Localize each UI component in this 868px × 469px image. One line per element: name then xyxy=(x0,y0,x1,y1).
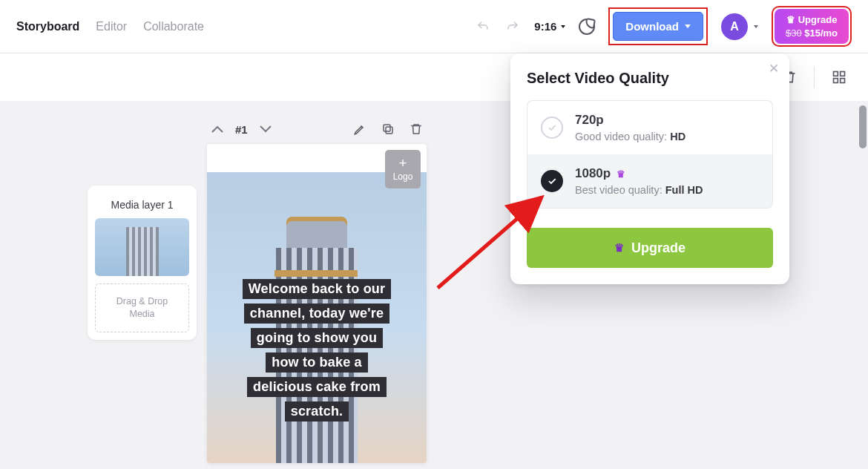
quality-title: 1080p ♛ xyxy=(575,166,703,181)
download-button-highlight: Download xyxy=(608,7,708,45)
chevron-down-icon xyxy=(561,25,565,28)
close-icon[interactable]: ✕ xyxy=(769,61,779,76)
undo-icon[interactable] xyxy=(475,19,491,35)
settings-icon[interactable] xyxy=(579,19,595,35)
top-bar: Storyboard Editor Collaborate 9:16 Downl… xyxy=(0,0,868,53)
quality-subtitle: Best video quality: Full HD xyxy=(575,184,703,196)
upgrade-button-label: Upgrade xyxy=(631,240,685,256)
popover-title: Select Video Quality xyxy=(510,70,789,100)
svg-rect-0 xyxy=(834,72,838,76)
account-menu[interactable]: A xyxy=(721,13,758,40)
radio-checked-icon xyxy=(541,170,563,192)
scene-header: #1 xyxy=(207,122,427,137)
download-button[interactable]: Download xyxy=(613,12,703,41)
add-logo-button[interactable]: + Logo xyxy=(385,150,421,188)
edit-icon[interactable] xyxy=(352,122,367,137)
chevron-down-icon xyxy=(754,25,758,28)
quality-title: 720p xyxy=(575,113,685,128)
divider xyxy=(814,66,815,88)
upgrade-pill[interactable]: ♛Upgrade $30 $15/mo xyxy=(775,9,849,44)
delete-scene-icon[interactable] xyxy=(409,122,424,137)
quality-option-720p[interactable]: 720p Good video quality: HD xyxy=(527,100,773,154)
upgrade-pill-highlight: ♛Upgrade $30 $15/mo xyxy=(772,6,852,47)
svg-rect-1 xyxy=(841,72,845,76)
quality-option-1080p[interactable]: 1080p ♛ Best video quality: Full HD xyxy=(527,154,773,209)
scene-preview[interactable]: + Logo Welcome back to our channel, toda… xyxy=(207,144,427,463)
svg-rect-5 xyxy=(384,125,390,131)
crown-icon: ♛ xyxy=(786,13,795,27)
download-quality-popover: ✕ Select Video Quality 720p Good video q… xyxy=(510,53,789,284)
scene-number: #1 xyxy=(235,123,248,136)
scrollbar-thumb[interactable] xyxy=(859,105,867,148)
tab-storyboard[interactable]: Storyboard xyxy=(16,20,79,33)
radio-unchecked-icon xyxy=(541,117,563,139)
upgrade-button[interactable]: ♛ Upgrade xyxy=(527,228,773,268)
price-new: $15/mo xyxy=(804,27,838,39)
redo-icon[interactable] xyxy=(504,19,521,35)
svg-rect-2 xyxy=(834,79,838,83)
tab-collaborate[interactable]: Collaborate xyxy=(143,20,204,33)
media-drop-zone[interactable]: Drag & DropMedia xyxy=(95,283,189,332)
duplicate-icon[interactable] xyxy=(381,122,395,137)
download-label: Download xyxy=(625,20,679,33)
crown-icon: ♛ xyxy=(614,241,624,255)
media-layer-card: Media layer 1 Drag & DropMedia xyxy=(88,186,197,340)
plus-icon: + xyxy=(399,157,407,170)
media-layer-title: Media layer 1 xyxy=(95,199,189,211)
logo-label: Logo xyxy=(393,171,413,182)
aspect-ratio-value: 9:16 xyxy=(534,20,556,33)
prev-scene-icon[interactable] xyxy=(210,122,225,137)
chevron-down-icon xyxy=(685,24,691,28)
upgrade-label: Upgrade xyxy=(798,13,838,27)
svg-rect-4 xyxy=(386,127,392,134)
crown-icon: ♛ xyxy=(617,168,625,180)
avatar: A xyxy=(721,13,748,40)
next-scene-icon[interactable] xyxy=(258,122,273,137)
aspect-ratio-dropdown[interactable]: 9:16 xyxy=(534,20,565,33)
grid-view-icon[interactable] xyxy=(831,69,847,85)
caption-text[interactable]: Welcome back to our channel, today we're… xyxy=(207,279,427,422)
media-thumbnail[interactable] xyxy=(95,218,189,276)
main-nav: Storyboard Editor Collaborate xyxy=(16,20,204,33)
tab-editor[interactable]: Editor xyxy=(96,20,127,33)
price-old: $30 xyxy=(786,27,802,39)
quality-subtitle: Good video quality: HD xyxy=(575,131,685,142)
svg-rect-3 xyxy=(841,79,845,83)
